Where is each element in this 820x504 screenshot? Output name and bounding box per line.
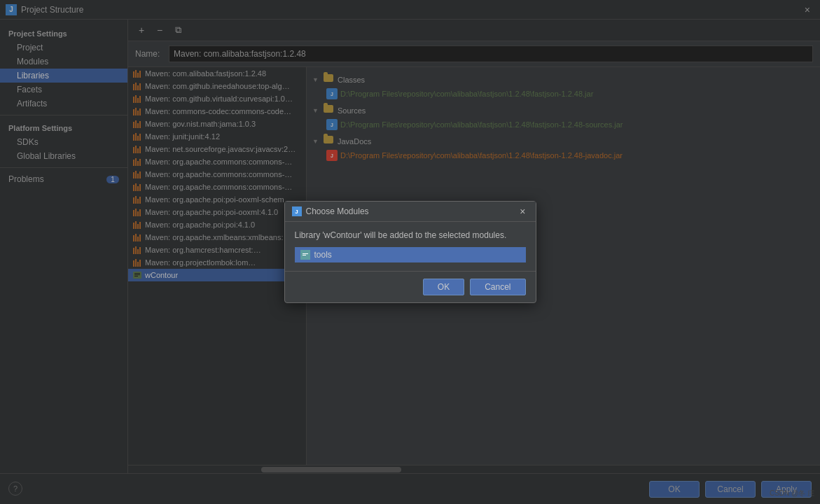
choose-modules-dialog: J Choose Modules × Library 'wContour' wi… xyxy=(284,201,536,303)
modal-body: Library 'wContour' will be added to the … xyxy=(285,222,536,271)
modal-cancel-button[interactable]: Cancel xyxy=(470,279,525,295)
svg-rect-70 xyxy=(303,255,306,255)
svg-rect-69 xyxy=(303,253,308,254)
modal-icon: J xyxy=(292,206,302,216)
module-name: tools xyxy=(314,250,332,260)
modal-title: Choose Modules xyxy=(306,206,369,216)
modal-close-button[interactable]: × xyxy=(517,206,528,217)
modal-title-bar: J Choose Modules × xyxy=(285,202,536,222)
modal-footer: OK Cancel xyxy=(285,271,536,302)
module-list-item[interactable]: tools xyxy=(295,247,526,262)
module-icon xyxy=(300,250,310,260)
modal-title-left: J Choose Modules xyxy=(292,206,369,216)
modal-ok-button[interactable]: OK xyxy=(423,279,464,295)
modal-message: Library 'wContour' will be added to the … xyxy=(295,230,526,240)
modal-overlay: J Choose Modules × Library 'wContour' wi… xyxy=(0,0,820,504)
